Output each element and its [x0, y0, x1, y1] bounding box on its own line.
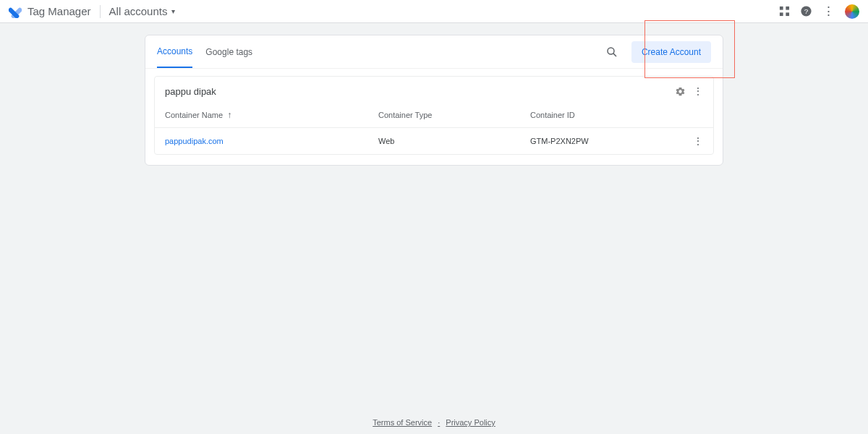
footer: Terms of Service · Privacy Policy — [0, 418, 868, 427]
accounts-card: Accounts Google tags Create Account papp… — [145, 35, 723, 166]
container-row: pappudipak.com Web GTM-P2XN2PW ⋮ — [155, 128, 713, 154]
tag-manager-logo-icon — [9, 5, 22, 18]
container-type: Web — [378, 137, 530, 145]
svg-rect-2 — [780, 7, 783, 10]
containers-table-header: Container Name ↑ Container Type Containe… — [155, 103, 713, 128]
user-avatar[interactable] — [845, 4, 859, 19]
account-title-row: pappu dipak ⋮ — [155, 77, 713, 103]
separator: · — [438, 418, 440, 427]
settings-gear-icon[interactable] — [675, 86, 686, 97]
app-header: Tag Manager All accounts ▾ ? ⋮ — [0, 0, 868, 23]
sort-asc-icon: ↑ — [227, 110, 231, 120]
product-name: Tag Manager — [27, 5, 91, 17]
svg-text:?: ? — [804, 7, 809, 15]
account-more-icon[interactable]: ⋮ — [693, 85, 703, 97]
col-container-id[interactable]: Container ID — [530, 111, 689, 119]
svg-rect-4 — [780, 12, 783, 16]
col-container-name[interactable]: Container Name ↑ — [165, 110, 378, 120]
main: Accounts Google tags Create Account papp… — [145, 35, 723, 166]
container-link[interactable]: pappudipak.com — [165, 137, 378, 145]
privacy-link[interactable]: Privacy Policy — [446, 418, 495, 427]
svg-line-9 — [613, 53, 616, 56]
row-more-icon[interactable]: ⋮ — [689, 135, 703, 147]
tab-google-tags[interactable]: Google tags — [205, 37, 252, 67]
caret-down-icon: ▾ — [171, 7, 175, 15]
header-right: ? ⋮ — [779, 4, 859, 19]
search-icon[interactable] — [605, 46, 618, 59]
card-tabs: Accounts Google tags Create Account — [145, 35, 723, 69]
container-id: GTM-P2XN2PW — [530, 137, 689, 145]
more-vert-icon[interactable]: ⋮ — [822, 4, 835, 19]
svg-rect-3 — [786, 7, 789, 10]
account-selector-label: All accounts — [109, 5, 168, 17]
terms-link[interactable]: Terms of Service — [373, 418, 432, 427]
col-container-type[interactable]: Container Type — [378, 111, 530, 119]
header-left: Tag Manager All accounts ▾ — [9, 5, 175, 18]
divider — [100, 5, 101, 18]
apps-icon[interactable] — [779, 6, 790, 17]
help-icon[interactable]: ? — [800, 5, 812, 17]
account-selector[interactable]: All accounts ▾ — [109, 5, 176, 17]
account-name: pappu dipak — [165, 86, 675, 97]
create-account-button[interactable]: Create Account — [631, 41, 711, 63]
account-block: pappu dipak ⋮ Container Name ↑ Container… — [154, 76, 714, 155]
svg-point-8 — [608, 48, 614, 54]
tab-accounts[interactable]: Accounts — [157, 36, 192, 68]
svg-rect-5 — [786, 12, 789, 16]
